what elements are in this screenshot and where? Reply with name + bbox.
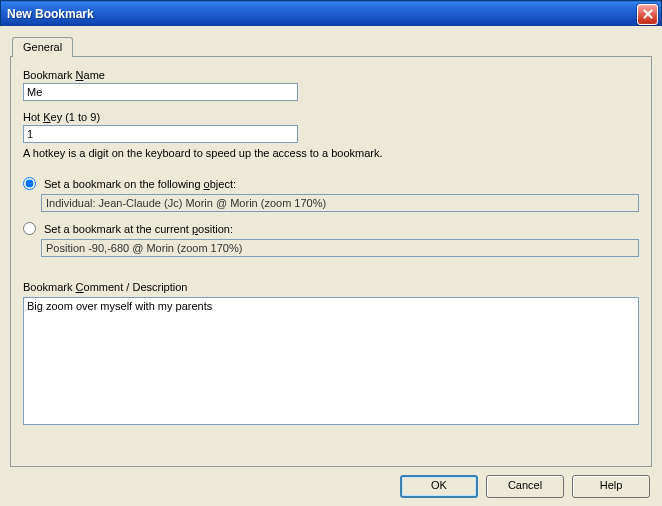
hotkey-input[interactable] (23, 125, 298, 143)
position-value-box: Position -90,-680 @ Morin (zoom 170%) (41, 239, 639, 257)
dialog-content: General Bookmark Name Hot Key (1 to 9) A… (0, 26, 662, 506)
bookmark-name-input[interactable] (23, 83, 298, 101)
dialog-buttons: OK Cancel Help (10, 467, 652, 498)
comment-textarea[interactable] (23, 297, 639, 425)
close-button[interactable] (637, 4, 658, 25)
radio-object-label: Set a bookmark on the following object: (44, 178, 236, 190)
radio-position-label: Set a bookmark at the current position: (44, 223, 233, 235)
tab-general[interactable]: General (12, 37, 73, 57)
ok-button[interactable]: OK (400, 475, 478, 498)
window-title: New Bookmark (7, 7, 637, 21)
close-icon (643, 9, 653, 19)
cancel-button[interactable]: Cancel (486, 475, 564, 498)
object-value-box: Individual: Jean-Claude (Jc) Morin @ Mor… (41, 194, 639, 212)
radio-position[interactable] (23, 222, 36, 235)
radio-position-row[interactable]: Set a bookmark at the current position: (23, 222, 639, 235)
hotkey-hint: A hotkey is a digit on the keyboard to s… (23, 147, 639, 159)
hotkey-label: Hot Key (1 to 9) (23, 111, 639, 123)
radio-object[interactable] (23, 177, 36, 190)
radio-object-row[interactable]: Set a bookmark on the following object: (23, 177, 639, 190)
bookmark-name-label: Bookmark Name (23, 69, 639, 81)
tab-panel-general: Bookmark Name Hot Key (1 to 9) A hotkey … (10, 56, 652, 467)
tab-bar: General (12, 36, 652, 56)
help-button[interactable]: Help (572, 475, 650, 498)
titlebar[interactable]: New Bookmark (1, 1, 661, 27)
comment-label: Bookmark Comment / Description (23, 281, 639, 293)
